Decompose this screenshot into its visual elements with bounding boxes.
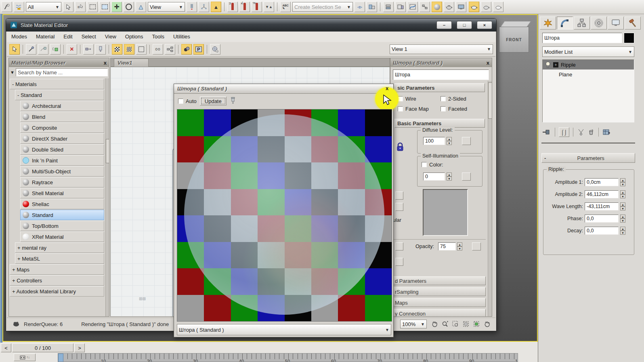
slate-titlebar[interactable]: Slate Material Editor – □ × xyxy=(6,19,496,32)
rectangular-selection-region-icon[interactable] xyxy=(87,2,98,12)
bind-to-space-warp-icon[interactable] xyxy=(14,2,24,12)
expand-modifier-icon[interactable]: + xyxy=(553,62,558,67)
move-children-icon[interactable] xyxy=(83,44,94,55)
browser-item-top-bottom[interactable]: Top/Bottom xyxy=(20,221,104,231)
browser-item-double-sided[interactable]: Double Sided xyxy=(20,144,104,155)
param-spinner[interactable]: ▲▼ xyxy=(620,202,625,210)
previous-frame-button[interactable]: < xyxy=(1,343,11,352)
select-and-move-icon[interactable]: ✛ xyxy=(111,2,122,12)
zoom-extents-icon[interactable] xyxy=(461,319,471,329)
menu-view[interactable]: View xyxy=(101,32,121,42)
browser-item-raytrace[interactable]: Raytrace xyxy=(20,177,104,187)
param-panel-close-icon[interactable]: x xyxy=(487,60,489,66)
schematic-view-icon[interactable] xyxy=(420,2,430,12)
put-material-to-scene-icon[interactable] xyxy=(38,44,48,55)
checkbox-faceted[interactable]: Faceted xyxy=(441,104,483,114)
keyboard-shortcut-override-icon[interactable]: ▲ xyxy=(211,2,221,12)
material-preview-render[interactable] xyxy=(177,109,392,322)
reference-coordinate-combo[interactable]: View▼ xyxy=(148,2,185,12)
browser-item-multi-sub-object[interactable]: Multi/Sub-Object xyxy=(20,166,104,177)
search-options-icon[interactable]: ▼ xyxy=(10,70,15,75)
rendered-frame-window-icon[interactable] xyxy=(456,2,466,12)
preview-titlebar[interactable]: Штора ( Standard ) xyxy=(174,84,393,94)
show-shaded-material-icon[interactable]: oo xyxy=(153,44,163,55)
percent-snap-icon[interactable]: % xyxy=(252,2,262,12)
specular-map-button-2[interactable] xyxy=(395,203,403,211)
zoom-tool-icon[interactable] xyxy=(440,319,450,329)
delete-selected-icon[interactable]: × xyxy=(67,44,77,55)
rollout-d-parameters[interactable]: d Parameters xyxy=(392,276,486,285)
next-frame-button[interactable]: > xyxy=(74,343,85,352)
param-scrollbar[interactable] xyxy=(488,81,492,316)
browser-item-blend[interactable]: Blend xyxy=(20,112,104,122)
maximize-button[interactable]: □ xyxy=(457,21,472,29)
checkbox-box[interactable] xyxy=(398,106,403,112)
zoom-region-icon[interactable] xyxy=(450,319,461,329)
modifier-list-combo[interactable]: Modifier List ▼ xyxy=(542,46,634,57)
spinner-snap-icon[interactable]: ▼▲ xyxy=(264,2,274,12)
angle-snap-icon[interactable]: ∠ xyxy=(239,2,250,12)
render-last-icon[interactable] xyxy=(493,2,503,12)
active-view-combo[interactable]: View 1▼ xyxy=(390,44,493,54)
remove-modifier-icon[interactable] xyxy=(587,128,595,136)
rollout-shader-basic-parameters[interactable]: sic Parameters xyxy=(394,83,485,92)
self-illumination-input[interactable]: 0 xyxy=(423,173,445,181)
preview-close-icon[interactable]: x xyxy=(386,85,388,91)
diffuse-level-input[interactable]: 100 xyxy=(423,137,445,145)
menu-modes[interactable]: Modes xyxy=(7,32,31,42)
param-input-amplitude-1[interactable]: 0,0cm xyxy=(585,178,619,186)
diffuse-level-spinner[interactable]: ▲▼ xyxy=(447,137,452,145)
named-selection-set-combo[interactable]: Create Selection Se▼ xyxy=(292,2,353,12)
update-button[interactable]: Update xyxy=(200,97,227,105)
object-name-field[interactable]: Штора xyxy=(542,33,622,43)
filter-color-button[interactable] xyxy=(395,258,403,266)
browser-group-maps[interactable]: + Maps xyxy=(10,264,104,275)
browser-group-metasl[interactable]: + MetaSL xyxy=(15,253,104,264)
tab-utilities-icon[interactable] xyxy=(625,17,641,29)
param-spinner[interactable]: ▲▼ xyxy=(620,178,625,186)
use-pivot-center-icon[interactable] xyxy=(187,2,197,12)
auto-checkbox[interactable] xyxy=(178,99,183,104)
material-name-field[interactable]: Штора xyxy=(393,69,489,80)
close-button[interactable]: × xyxy=(477,21,492,29)
browser-item-architectural[interactable]: Architectural xyxy=(20,101,104,111)
hide-unused-nodeslots-icon[interactable] xyxy=(95,44,106,55)
browser-item-standard[interactable]: Standard xyxy=(20,210,104,220)
select-tool-icon[interactable] xyxy=(9,44,20,55)
pan-tool-icon[interactable] xyxy=(429,319,440,329)
checkbox-box[interactable] xyxy=(441,96,446,101)
browser-item-ink-n-paint[interactable]: Ink 'n Paint xyxy=(20,155,104,166)
frame-display-button[interactable]: 0 / 100 xyxy=(12,343,73,352)
browser-header[interactable]: Material/Map Browser x xyxy=(9,58,109,67)
show-background-icon[interactable] xyxy=(112,44,122,55)
specular-map-button-1[interactable] xyxy=(395,192,403,200)
param-input-wave-length[interactable]: -43,111cm xyxy=(585,202,619,210)
browser-item-shell-material[interactable]: Shell Material xyxy=(20,188,104,198)
rollout-maps[interactable]: Maps xyxy=(392,298,486,307)
minimize-button[interactable]: – xyxy=(436,21,452,29)
select-and-link-icon[interactable] xyxy=(2,2,12,12)
menu-options[interactable]: Options xyxy=(121,32,148,42)
param-input-decay[interactable]: 0,0 xyxy=(585,227,619,235)
curve-editor-icon[interactable] xyxy=(407,2,418,12)
time-slider-frame-marker[interactable] xyxy=(58,354,63,362)
rollout-basic-parameters[interactable]: Basic Parameters xyxy=(394,119,485,128)
tab-create-icon[interactable] xyxy=(540,17,556,29)
view-zoom-combo[interactable]: 100%▼ xyxy=(400,320,427,328)
browser-close-icon[interactable]: x xyxy=(104,60,107,66)
select-by-material-icon[interactable] xyxy=(210,44,220,55)
time-ruler[interactable]: 102030405060708090100 xyxy=(58,353,518,362)
diffuse-map-button[interactable] xyxy=(462,137,471,145)
snap-toggle-3d-icon[interactable]: 3 xyxy=(227,2,238,12)
specular-curve-swatch[interactable] xyxy=(423,189,468,236)
show-preview-icon[interactable]: P xyxy=(193,44,204,55)
select-and-manipulate-icon[interactable] xyxy=(199,2,209,12)
checkbox-color[interactable]: Color: xyxy=(422,160,443,169)
select-object-icon[interactable] xyxy=(63,2,73,12)
window-crossing-icon[interactable] xyxy=(99,2,110,12)
self-illumination-spinner[interactable]: ▲▼ xyxy=(447,173,452,181)
visibility-bulb-icon[interactable] xyxy=(545,61,551,68)
checkbox-wire[interactable]: Wire xyxy=(398,94,441,103)
material-id-channel-icon[interactable] xyxy=(181,44,192,55)
checkbox-face-map[interactable]: Face Map xyxy=(398,104,441,114)
